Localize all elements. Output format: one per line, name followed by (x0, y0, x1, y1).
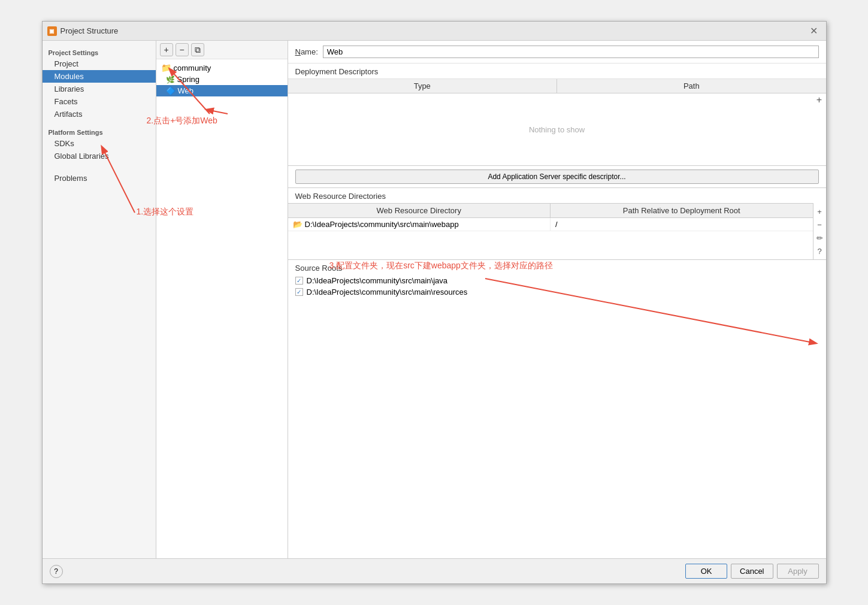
spring-icon: 🌿 (166, 75, 175, 84)
sidebar-item-libraries[interactable]: Libraries (43, 83, 156, 95)
web-resource-row-0: 📂 D:\IdeaProjects\community\src\main\web… (288, 218, 813, 231)
web-resource-table-header: Web Resource Directory Path Relative to … (288, 203, 813, 218)
tree-item-community-label: community (174, 63, 211, 72)
name-label: Name: (295, 47, 318, 56)
webapp-folder-icon: 📂 (293, 220, 303, 229)
sidebar-item-sdks[interactable]: SDKs (43, 137, 156, 150)
apply-button[interactable]: Apply (777, 564, 819, 579)
webapp-path: D:\IdeaProjects\community\src\main\webap… (305, 220, 459, 229)
web-resource-dir-cell: 📂 D:\IdeaProjects\community\src\main\web… (288, 218, 551, 231)
tree-item-community[interactable]: 📁 community (156, 62, 288, 74)
help-web-resource-btn[interactable]: ? (813, 245, 825, 257)
web-resource-section: Web Resource Directories Web Resource Di… (288, 187, 826, 259)
path-col-header: Path (557, 79, 826, 93)
add-web-resource-btn[interactable]: + (813, 205, 825, 217)
bottom-bar: ? OK Cancel Apply (43, 558, 826, 583)
web-icon: 🔷 (166, 86, 176, 95)
help-button[interactable]: ? (50, 565, 63, 578)
right-panel: Name: Deployment Descriptors Type Path N… (288, 41, 826, 558)
cancel-button[interactable]: Cancel (731, 564, 773, 579)
edit-web-resource-btn[interactable]: ✏ (813, 232, 825, 244)
source-root-item-0: ✓ D:\IdeaProjects\community\src\main\jav… (295, 275, 819, 286)
web-resource-header: Web Resource Directories (288, 188, 826, 203)
source-root-path-1: D:\IdeaProjects\community\src\main\resou… (307, 288, 468, 297)
project-settings-label: Project Settings (43, 46, 156, 58)
source-root-checkbox-1[interactable]: ✓ (295, 288, 303, 296)
nothing-to-show: Nothing to show (529, 125, 585, 134)
name-input[interactable] (323, 46, 819, 58)
source-roots-section: Source Roots ✓ D:\IdeaProjects\community… (288, 259, 826, 301)
sidebar: Project Settings Project Modules Librari… (43, 41, 156, 558)
remove-module-button[interactable]: − (176, 43, 189, 56)
path-relative-col: Path Relative to Deployment Root (551, 204, 813, 217)
sidebar-item-modules[interactable]: Modules (43, 70, 156, 83)
close-button[interactable]: ✕ (806, 24, 821, 38)
web-resource-side-buttons: + − ✏ ? (813, 203, 826, 259)
deployment-descriptors-table: Type Path Nothing to show + (288, 79, 826, 166)
community-folder-icon: 📁 (161, 63, 171, 72)
web-resource-dir-col: Web Resource Directory (288, 204, 551, 217)
sidebar-item-project[interactable]: Project (43, 58, 156, 70)
tree-toolbar: + − ⧉ (156, 41, 288, 59)
title-bar: ▣ Project Structure ✕ (43, 22, 826, 41)
remove-web-resource-btn[interactable]: − (813, 219, 825, 231)
add-module-button[interactable]: + (160, 43, 173, 56)
tree-item-web-label: Web (178, 86, 194, 95)
add-descriptor-right-btn[interactable]: + (813, 93, 826, 107)
name-row: Name: (288, 41, 826, 63)
deployment-table-body: Nothing to show + (288, 93, 826, 165)
deployment-descriptors-header: Deployment Descriptors (288, 63, 826, 79)
copy-module-button[interactable]: ⧉ (191, 43, 204, 56)
tree-content: 📁 community 🌿 Spring 🔷 Web (156, 59, 288, 558)
tree-item-spring[interactable]: 🌿 Spring (156, 74, 288, 85)
deployment-path-cell: / (551, 218, 813, 231)
source-root-item-1: ✓ D:\IdeaProjects\community\src\main\res… (295, 286, 819, 298)
source-root-path-0: D:\IdeaProjects\community\src\main\java (307, 276, 448, 285)
source-roots-title: Source Roots (295, 264, 819, 273)
sidebar-item-artifacts[interactable]: Artifacts (43, 108, 156, 120)
sidebar-item-problems[interactable]: Problems (43, 172, 156, 184)
tree-panel: + − ⧉ 📁 community 🌿 Spring 🔷 Web (156, 41, 288, 558)
ok-button[interactable]: OK (685, 564, 727, 579)
platform-settings-label: Platform Settings (43, 125, 156, 137)
app-icon: ▣ (47, 26, 57, 36)
sidebar-item-facets[interactable]: Facets (43, 95, 156, 108)
sidebar-item-global-libraries[interactable]: Global Libraries (43, 150, 156, 162)
window-title: Project Structure (61, 26, 119, 35)
add-app-server-descriptor-button[interactable]: Add Application Server specific descript… (295, 170, 819, 184)
tree-item-web[interactable]: 🔷 Web (156, 85, 288, 96)
source-root-checkbox-0[interactable]: ✓ (295, 277, 303, 285)
tree-item-spring-label: Spring (177, 75, 200, 84)
type-col-header: Type (288, 79, 558, 93)
